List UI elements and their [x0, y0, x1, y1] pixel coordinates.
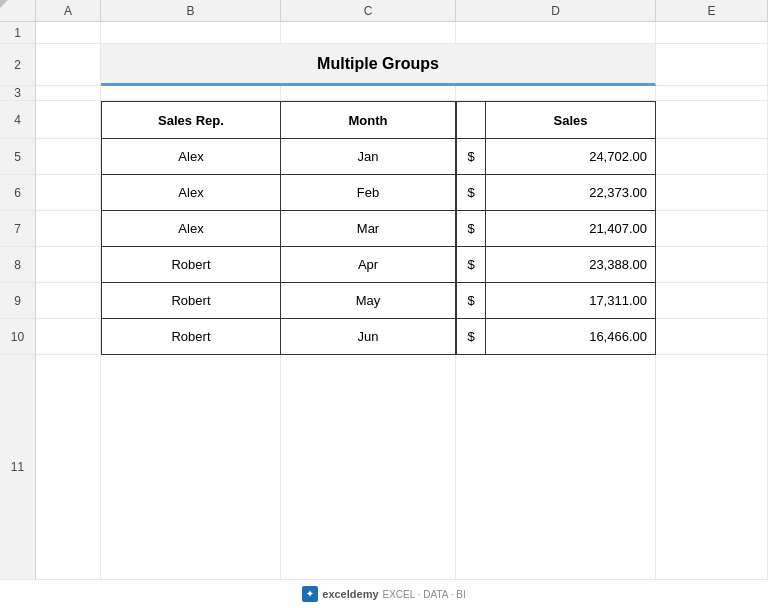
table-cell-currency-7: $: [456, 211, 486, 247]
row-num-8: 8: [0, 247, 36, 283]
cell-a8[interactable]: [36, 247, 101, 283]
table-cell-rep-7: Alex: [101, 211, 281, 247]
col-header-d: D: [456, 0, 656, 21]
row-num-1: 1: [0, 22, 36, 44]
cell-a11[interactable]: [36, 355, 101, 580]
table-cell-currency-5: $: [456, 139, 486, 175]
table-header-month: Month: [281, 101, 456, 139]
cell-d3[interactable]: [456, 86, 656, 101]
table-cell-rep-8: Robert: [101, 247, 281, 283]
cell-e10[interactable]: [656, 319, 768, 355]
col-header-c: C: [281, 0, 456, 21]
col-header-a: A: [36, 0, 101, 21]
table-cell-rep-9: Robert: [101, 283, 281, 319]
table-cell-month-5: Jan: [281, 139, 456, 175]
table-cell-month-10: Jun: [281, 319, 456, 355]
cell-c11[interactable]: [281, 355, 456, 580]
cell-e5[interactable]: [656, 139, 768, 175]
table-cell-amount-7: 21,407.00: [486, 211, 656, 247]
watermark-sub: EXCEL · DATA · BI: [383, 589, 466, 600]
cell-e7[interactable]: [656, 211, 768, 247]
table-cell-amount-10: 16,466.00: [486, 319, 656, 355]
cell-a9[interactable]: [36, 283, 101, 319]
row-num-4: 4: [0, 101, 36, 139]
row-num-3: 3: [0, 86, 36, 101]
grid-row-2: 2 Multiple Groups: [0, 44, 768, 86]
table-header-sales-rep: Sales Rep.: [101, 101, 281, 139]
cell-e8[interactable]: [656, 247, 768, 283]
row-num-11: 11: [0, 355, 36, 580]
table-cell-currency-8: $: [456, 247, 486, 283]
table-cell-rep-10: Robert: [101, 319, 281, 355]
cell-a7[interactable]: [36, 211, 101, 247]
row-num-6: 6: [0, 175, 36, 211]
cell-a10[interactable]: [36, 319, 101, 355]
table-cell-month-7: Mar: [281, 211, 456, 247]
table-cell-rep-5: Alex: [101, 139, 281, 175]
table-cell-month-6: Feb: [281, 175, 456, 211]
spreadsheet-title: Multiple Groups: [101, 44, 656, 86]
cell-d11[interactable]: [456, 355, 656, 580]
grid-row-7: 7 Alex Mar $ 21,407.00: [0, 211, 768, 247]
table-cell-month-9: May: [281, 283, 456, 319]
table-cell-month-8: Apr: [281, 247, 456, 283]
grid-row-8: 8 Robert Apr $ 23,388.00: [0, 247, 768, 283]
cell-c3[interactable]: [281, 86, 456, 101]
cell-e2[interactable]: [656, 44, 768, 86]
row-num-2: 2: [0, 44, 36, 86]
col-header-b: B: [101, 0, 281, 21]
table-cell-currency-10: $: [456, 319, 486, 355]
col-header-e: E: [656, 0, 768, 21]
cell-e4[interactable]: [656, 101, 768, 139]
cell-e1[interactable]: [656, 22, 768, 44]
watermark-text: exceldemy: [322, 588, 378, 600]
grid-row-9: 9 Robert May $ 17,311.00: [0, 283, 768, 319]
table-cell-amount-6: 22,373.00: [486, 175, 656, 211]
grid-row-3: 3: [0, 86, 768, 101]
grid-row-4: 4 Sales Rep. Month Sales: [0, 101, 768, 139]
corner-cell: [0, 0, 36, 21]
table-cell-currency-6: $: [456, 175, 486, 211]
cell-e3[interactable]: [656, 86, 768, 101]
cell-a4[interactable]: [36, 101, 101, 139]
table-cell-amount-8: 23,388.00: [486, 247, 656, 283]
grid-body: 1 2 Multiple Groups 3 4 Sales R: [0, 22, 768, 580]
cell-a5[interactable]: [36, 139, 101, 175]
watermark: ✦ exceldemy EXCEL · DATA · BI: [0, 580, 768, 608]
watermark-icon: ✦: [302, 586, 318, 602]
cell-b11[interactable]: [101, 355, 281, 580]
row-num-5: 5: [0, 139, 36, 175]
grid-row-6: 6 Alex Feb $ 22,373.00: [0, 175, 768, 211]
table-cell-amount-5: 24,702.00: [486, 139, 656, 175]
row-num-10: 10: [0, 319, 36, 355]
grid-row-11: 11: [0, 355, 768, 580]
grid-row-1: 1: [0, 22, 768, 44]
cell-a3[interactable]: [36, 86, 101, 101]
cell-a6[interactable]: [36, 175, 101, 211]
cell-d1[interactable]: [456, 22, 656, 44]
cell-e9[interactable]: [656, 283, 768, 319]
cell-b3[interactable]: [101, 86, 281, 101]
column-headers: A B C D E: [0, 0, 768, 22]
grid-row-5: 5 Alex Jan $ 24,702.00: [0, 139, 768, 175]
table-cell-amount-9: 17,311.00: [486, 283, 656, 319]
grid-row-10: 10 Robert Jun $ 16,466.00: [0, 319, 768, 355]
cell-a1[interactable]: [36, 22, 101, 44]
table-cell-rep-6: Alex: [101, 175, 281, 211]
cell-e11[interactable]: [656, 355, 768, 580]
cell-c1[interactable]: [281, 22, 456, 44]
table-header-sales: Sales: [486, 101, 656, 139]
cell-e6[interactable]: [656, 175, 768, 211]
cell-b1[interactable]: [101, 22, 281, 44]
cell-a2[interactable]: [36, 44, 101, 86]
row-num-9: 9: [0, 283, 36, 319]
row-num-7: 7: [0, 211, 36, 247]
table-cell-currency-9: $: [456, 283, 486, 319]
table-header-sales-currency-col: [456, 101, 486, 139]
spreadsheet: A B C D E 1 2 Multiple Groups 3: [0, 0, 768, 608]
